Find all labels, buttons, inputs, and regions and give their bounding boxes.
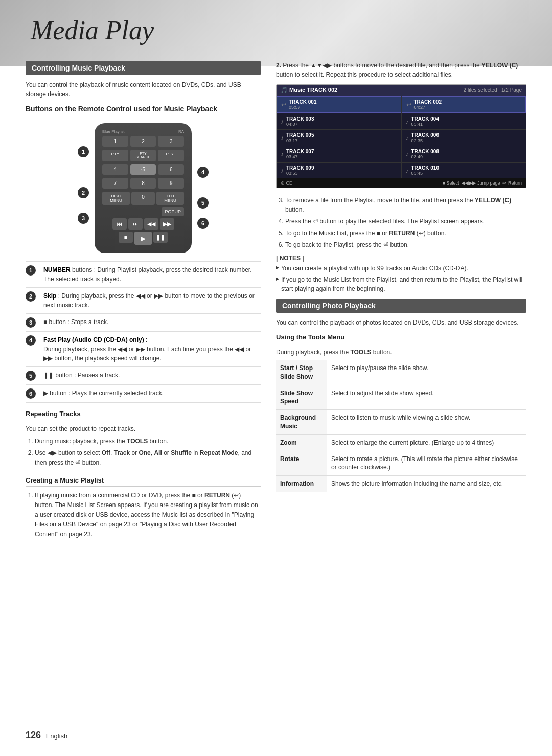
track-info-8: TRACK 008 03:49 <box>411 149 522 159</box>
track-item-8[interactable]: ♪ TRACK 008 03:49 <box>402 146 526 162</box>
btn-disc-menu[interactable]: DISC MENU <box>102 192 130 205</box>
callout-3: 3 <box>78 213 89 224</box>
btn-prev-chapter[interactable]: ⏮ <box>112 218 127 230</box>
footer-language: English <box>46 732 68 740</box>
btn-pty-search[interactable]: PTY SEARCH <box>130 150 156 161</box>
track-info-1: TRACK 001 05:57 <box>289 99 397 110</box>
callout-6: 6 <box>197 218 209 229</box>
step2-text-container: 2. Press the ▲▼◀▶ buttons to move to the… <box>276 61 526 79</box>
right-column: 2. Press the ▲▼◀▶ buttons to move to the… <box>276 61 526 548</box>
callout-5: 5 <box>197 197 209 209</box>
btn-popup[interactable]: POPUP <box>162 207 184 216</box>
track-icon-8: ♪ <box>406 151 409 158</box>
page-footer: 126 English <box>26 730 67 741</box>
callout-row-6: 6 ▶ button : Plays the currently selecte… <box>26 385 261 403</box>
btn-title-menu[interactable]: TITLE MENU <box>156 192 184 205</box>
callout-text-6: ▶ button : Plays the currently selected … <box>41 385 261 403</box>
music-playback-desc: You can control the playback of music co… <box>26 80 261 99</box>
remote-456-grid: 4 ·5 6 <box>102 164 184 175</box>
btn-7[interactable]: 7 <box>102 178 128 189</box>
callout-row-1: 1 NUMBER buttons : During Playlist playb… <box>26 262 261 288</box>
track-item-10[interactable]: ♪ TRACK 010 03:45 <box>402 163 526 178</box>
callout-text-3: ■ button : Stops a track. <box>41 314 261 332</box>
callout-4: 4 <box>197 167 209 178</box>
btn-9[interactable]: 9 <box>158 178 184 189</box>
track-info-9: TRACK 009 03:53 <box>286 165 397 176</box>
track-item-1[interactable]: ↩ TRACK 001 05:57 <box>277 96 401 113</box>
notes-title: | NOTES | <box>276 255 526 262</box>
track-item-3[interactable]: ♪ TRACK 003 04:07 <box>277 113 401 129</box>
btn-pty[interactable]: PTY <box>102 150 128 161</box>
tools-table: Start / StopSlide Show Select to play/pa… <box>276 360 526 492</box>
tool-name-information: Information <box>276 476 327 492</box>
callout-num-1: 1 <box>26 265 36 276</box>
tool-row-rotate: Rotate Select to rotate a picture. (This… <box>276 451 526 476</box>
footer-right: ■ Select ◀◀▶▶ Jump page ↩ Return <box>443 180 522 186</box>
callout-num-4: 4 <box>26 335 36 346</box>
btn-rewind[interactable]: ◀◀ <box>144 218 158 230</box>
tool-desc-start-stop: Select to play/pause the slide show. <box>327 360 526 385</box>
repeating-tracks-section: Repeating Tracks You can set the product… <box>26 410 261 468</box>
repeating-tracks-title: Repeating Tracks <box>26 410 261 420</box>
remote-buttons-title: Buttons on the Remote Control used for M… <box>26 105 261 113</box>
btn-8[interactable]: 8 <box>130 178 156 189</box>
btn-4[interactable]: 4 <box>102 164 128 175</box>
tool-row-slideshow-speed: Slide ShowSpeed Select to adjust the sli… <box>276 385 526 410</box>
remote-diagram: 1 2 3 4 5 6 Blue Playlist RA <box>66 118 220 261</box>
track-icon-4: ♪ <box>406 118 409 125</box>
repeating-tracks-desc: You can set the product to repeat tracks… <box>26 424 261 433</box>
btn-play[interactable]: ▶ <box>134 232 152 245</box>
track-item-6[interactable]: ♪ TRACK 006 02:35 <box>402 130 526 146</box>
track-icon-3: ♪ <box>281 118 284 125</box>
tool-name-start-stop: Start / StopSlide Show <box>276 360 327 385</box>
page-title: Media Play <box>0 0 552 56</box>
track-item-7[interactable]: ♪ TRACK 007 03:47 <box>277 146 401 162</box>
btn-2[interactable]: 2 <box>130 136 156 147</box>
track-item-2[interactable]: ↩ TRACK 002 04:27 <box>402 96 526 113</box>
footer-page-number: 126 <box>26 730 41 740</box>
callout-row-4: 4 Fast Play (Audio CD (CD-DA) only) : Du… <box>26 332 261 367</box>
remote-number-grid: 1 2 3 <box>102 136 184 147</box>
callout-row-3: 3 ■ button : Stops a track. <box>26 314 261 332</box>
callout-text-1: NUMBER buttons : During Playlist playbac… <box>41 262 261 288</box>
playlist-step-1: If playing music from a commercial CD or… <box>35 491 261 540</box>
callout-row-2: 2 Skip : During playback, press the ◀◀ o… <box>26 288 261 314</box>
playlist-title: Creating a Music Playlist <box>26 476 261 487</box>
repeating-step-1: During music playback, press the TOOLS b… <box>35 437 261 446</box>
callout-descriptions-table: 1 NUMBER buttons : During Playlist playb… <box>26 261 261 403</box>
btn-pause[interactable]: ❚❚ <box>153 232 168 243</box>
btn-pty-plus[interactable]: PTY+ <box>158 150 184 161</box>
btn-fast-forward[interactable]: ▶▶ <box>160 218 174 230</box>
callout-2: 2 <box>78 187 89 198</box>
tool-row-information: Information Shows the picture informatio… <box>276 476 526 492</box>
track-grid: ↩ TRACK 001 05:57 ↩ TRACK 002 04:27 <box>277 96 526 178</box>
btn-stop[interactable]: ■ <box>119 232 133 243</box>
callout-row-5: 5 ❚❚ button : Pauses a track. <box>26 367 261 385</box>
tool-desc-zoom: Select to enlarge the current picture. (… <box>327 434 526 451</box>
track-info-4: TRACK 004 03:41 <box>411 116 522 127</box>
remote-789-grid: 7 8 9 <box>102 178 184 189</box>
remote-pty-grid: PTY PTY SEARCH PTY+ <box>102 150 184 161</box>
btn-6[interactable]: 6 <box>158 164 184 175</box>
tool-row-start-stop: Start / StopSlide Show Select to play/pa… <box>276 360 526 385</box>
remote-0-row: DISC MENU 0 TITLE MENU <box>102 192 184 205</box>
btn-1[interactable]: 1 <box>102 136 128 147</box>
btn-0[interactable]: 0 <box>131 192 155 205</box>
track-icon-6: ♪ <box>406 134 409 142</box>
remote-playback-row: ■ ▶ ❚❚ <box>102 232 184 245</box>
tool-row-bg-music: BackgroundMusic Select to listen to musi… <box>276 410 526 435</box>
track-item-5[interactable]: ♪ TRACK 005 03:17 <box>277 130 401 146</box>
step-6: To go back to the Playlist, press the ⏎ … <box>285 240 526 249</box>
playlist-steps: If playing music from a commercial CD or… <box>26 491 261 540</box>
repeating-tracks-steps: During music playback, press the TOOLS b… <box>26 437 261 468</box>
music-screen-info: 2 files selected 1/2 Page <box>463 87 522 93</box>
remote-popup-row: POPUP <box>102 207 184 216</box>
track-item-4[interactable]: ♪ TRACK 004 03:41 <box>402 113 526 129</box>
tools-menu-section: Using the Tools Menu During playback, pr… <box>276 333 526 492</box>
track-item-9[interactable]: ♪ TRACK 009 03:53 <box>277 163 401 178</box>
btn-next-chapter[interactable]: ⏭ <box>128 218 143 230</box>
btn-5[interactable]: ·5 <box>130 164 156 175</box>
footer-left: ⊙ CD <box>281 180 293 186</box>
track-icon-2: ↩ <box>406 101 411 108</box>
btn-3[interactable]: 3 <box>158 136 184 147</box>
